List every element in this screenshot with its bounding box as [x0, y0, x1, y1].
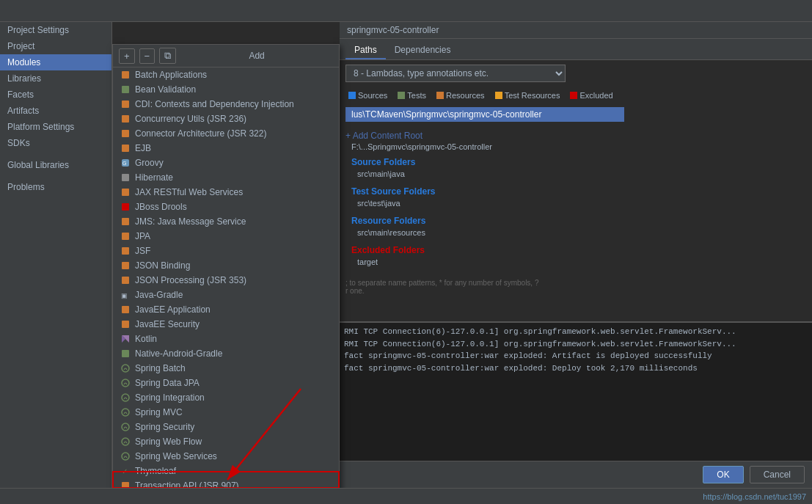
dropdown-item-cdi-contexts-and-dependency-injection[interactable]: CDI: Contexts and Dependency Injection	[113, 97, 339, 112]
dropdown-item-label: Bean Validation	[135, 84, 196, 95]
dropdown-item-transaction-api-jsr-907[interactable]: Transaction API (JSR 907)	[113, 478, 339, 488]
grid-icon	[120, 70, 131, 80]
dropdown-item-json-processing-jsr-353[interactable]: JSON Processing (JSR 353)	[113, 273, 339, 288]
sidebar-item-sdks[interactable]: SDKs	[0, 135, 111, 151]
dropdown-item-native-android-gradle[interactable]: Native-Android-Gradle	[113, 346, 339, 361]
svg-rect-10	[122, 203, 129, 211]
dropdown-item-jsf[interactable]: JSF	[113, 244, 339, 258]
dropdown-item-spring-batch[interactable]: Spring Batch	[113, 361, 339, 376]
path-row: lus\TCMaven\Springmvc\springmvc-05-contr…	[340, 104, 812, 125]
sidebar-item-problems[interactable]: Problems	[0, 179, 111, 195]
svg-rect-4	[122, 130, 129, 137]
tabs-row: Paths Dependencies	[340, 39, 812, 60]
sdk-dropdown[interactable]: 8 - Lambdas, type annotations etc.	[345, 65, 566, 82]
excluded-button[interactable]: Excluded	[567, 90, 615, 101]
resources-button[interactable]: Resources	[434, 90, 488, 101]
dropdown-item-spring-mvc[interactable]: Spring MVC	[113, 405, 339, 420]
dropdown-item-label: EJB	[135, 143, 151, 153]
jboss-icon	[120, 202, 131, 212]
dropdown-item-label: Hibernate	[135, 172, 173, 183]
dropdown-item-label: Spring Web Services	[135, 451, 217, 461]
copy-button[interactable]: ⧉	[159, 48, 176, 64]
svg-rect-3	[122, 115, 129, 123]
spring-icon	[120, 392, 131, 403]
dropdown-item-java-gradle[interactable]: ▣Java-Gradle	[113, 288, 339, 302]
remove-button[interactable]: −	[139, 48, 156, 64]
dropdown-item-spring-web-flow[interactable]: Spring Web Flow	[113, 434, 339, 449]
dropdown-item-spring-data-jpa[interactable]: Spring Data JPA	[113, 376, 339, 390]
dropdown-item-label: Native-Android-Gradle	[135, 348, 222, 359]
test-source-label: Test Source Folders	[351, 185, 800, 198]
tests-button[interactable]: Tests	[395, 90, 429, 101]
javasec-icon	[120, 319, 131, 329]
status-bar: https://blog.csdn.net/tuc1997	[0, 488, 812, 504]
dropdown-item-kotlin[interactable]: Kotlin	[113, 332, 339, 346]
console-line-2: RMI TCP Connection(6)-127.0.0.1] org.spr…	[344, 338, 808, 351]
dropdown-item-ejb[interactable]: EJB	[113, 141, 339, 156]
add-content-root-button[interactable]: + Add Content Root	[345, 131, 423, 141]
cancel-button[interactable]: Cancel	[750, 466, 805, 483]
tab-dependencies[interactable]: Dependencies	[386, 42, 460, 59]
jms-icon	[120, 216, 131, 227]
dropdown-item-thymeleaf[interactable]: ✓Thymeleaf	[113, 464, 339, 478]
test-resources-button[interactable]: Test Resources	[492, 90, 563, 101]
add-framework-dropdown: + − ⧉ Add Batch ApplicationsBean Validat…	[112, 44, 340, 488]
framework-list: Batch ApplicationsBean ValidationCDI: Co…	[113, 67, 339, 488]
top-bar	[0, 0, 812, 22]
dropdown-item-jboss-drools[interactable]: JBoss Drools	[113, 200, 339, 214]
sources-button[interactable]: Sources	[345, 90, 390, 101]
dropdown-item-jms-java-message-service[interactable]: JMS: Java Message Service	[113, 214, 339, 229]
tab-paths[interactable]: Paths	[345, 42, 386, 59]
dropdown-item-label: Spring Web Flow	[135, 437, 202, 447]
dropdown-item-bean-validation[interactable]: Bean Validation	[113, 82, 339, 97]
add-button[interactable]: +	[119, 48, 135, 64]
dropdown-item-label: Spring Security	[135, 422, 194, 432]
dropdown-item-groovy[interactable]: GGroovy	[113, 156, 339, 170]
jsf-icon	[120, 246, 131, 256]
sidebar-item-artifacts[interactable]: Artifacts	[0, 103, 111, 119]
action-buttons-row: OK Cancel	[340, 461, 812, 488]
console-area: RMI TCP Connection(6)-127.0.0.1] org.spr…	[340, 322, 812, 461]
svg-rect-18	[122, 321, 129, 328]
sidebar-item-project[interactable]: Project	[0, 38, 111, 54]
svg-rect-5	[122, 145, 129, 152]
gradle-icon: ▣	[120, 290, 131, 300]
dropdown-item-label: JAX RESTful Web Services	[135, 187, 243, 197]
dropdown-item-batch-applications[interactable]: Batch Applications	[113, 67, 339, 82]
resource-label: Resource Folders	[351, 214, 800, 227]
sidebar-item-global-libraries[interactable]: Global Libraries	[0, 157, 111, 173]
ok-button[interactable]: OK	[703, 466, 743, 483]
dropdown-item-connector-architecture-jsr-322[interactable]: Connector Architecture (JSR 322)	[113, 126, 339, 141]
grid-icon	[120, 128, 131, 139]
svg-rect-30	[122, 482, 129, 488]
dropdown-item-hibernate[interactable]: Hibernate	[113, 170, 339, 185]
console-line-4: fact springmvc-05-controller:war explode…	[344, 362, 808, 375]
sidebar-item-facets[interactable]: Facets	[0, 87, 111, 103]
dropdown-item-spring-integration[interactable]: Spring Integration	[113, 390, 339, 405]
json-icon	[120, 275, 131, 285]
resource-folders-section: Resource Folders src\main\resources	[345, 211, 806, 241]
sidebar-item-modules[interactable]: Modules	[0, 54, 111, 70]
ejb-icon	[120, 143, 131, 153]
excluded-label: Excluded Folders	[351, 244, 800, 257]
dropdown-item-concurrency-utils-jsr-236[interactable]: Concurrency Utils (JSR 236)	[113, 112, 339, 126]
svg-text:G: G	[122, 161, 126, 166]
dropdown-item-jpa[interactable]: JPA	[113, 229, 339, 244]
spring-icon	[120, 363, 131, 373]
sidebar-item-libraries[interactable]: Libraries	[0, 70, 111, 87]
dropdown-item-spring-web-services[interactable]: Spring Web Services	[113, 449, 339, 464]
spring-icon	[120, 422, 131, 432]
sidebar-item-platform-settings[interactable]: Platform Settings	[0, 119, 111, 135]
dropdown-item-jax-restful-web-services[interactable]: JAX RESTful Web Services	[113, 185, 339, 200]
console-line-1: RMI TCP Connection(6)-127.0.0.1] org.spr…	[344, 326, 808, 338]
dropdown-item-spring-security[interactable]: Spring Security	[113, 420, 339, 434]
dropdown-item-json-binding[interactable]: JSON Binding	[113, 258, 339, 273]
svg-rect-13	[122, 247, 129, 255]
path-input[interactable]: lus\TCMaven\Springmvc\springmvc-05-contr…	[345, 107, 624, 122]
sidebar-item-project-settings[interactable]: Project Settings	[0, 22, 111, 38]
dropdown-item-javaee-security[interactable]: JavaEE Security	[113, 317, 339, 332]
dropdown-item-label: JPA	[135, 231, 150, 241]
source-folders-path: src\main\java	[351, 169, 800, 179]
dropdown-item-javaee-application[interactable]: JavaEE Application	[113, 302, 339, 317]
status-url: https://blog.csdn.net/tuc1997	[703, 492, 806, 501]
